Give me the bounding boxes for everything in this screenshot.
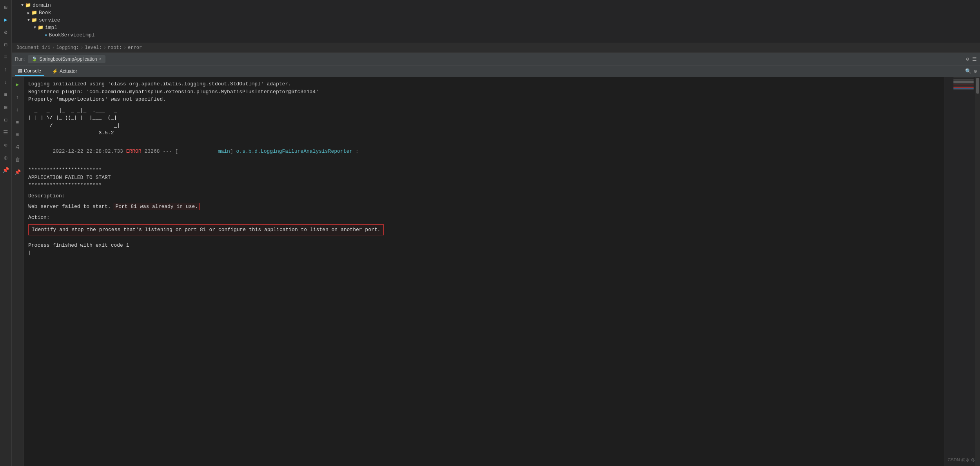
sidebar-icon-10[interactable]: ⊟ [2, 116, 10, 124]
action-highlight: Identify and stop the process that's lis… [28, 224, 384, 235]
toolbar-search-icon[interactable]: 🔍 [965, 68, 971, 74]
minimap-line [953, 86, 974, 87]
run-tab-spring[interactable]: 🍃 SpringbootSsmpApplication × [28, 55, 105, 63]
sidebar-icon-14[interactable]: 📌 [2, 166, 10, 174]
console-line: Registered plugin: 'com.baomidou.mybatis… [28, 88, 939, 96]
toolbar-settings-icon[interactable]: ⚙ [974, 68, 977, 74]
error-timestamp-line: 2022-12-22 22:28:02.733 ERROR 23268 --- … [28, 140, 939, 163]
error-level: ERROR [126, 148, 142, 154]
breadcrumb-sep: › [103, 45, 106, 51]
minimap-line [953, 87, 974, 88]
class-name: o.s.b.d.LoggingFailureAnalysisReporter [236, 148, 352, 154]
breadcrumb-sep: › [80, 45, 83, 51]
breadcrumb-sep: › [123, 45, 126, 51]
file-tree-panel: ▼ 📁 domain ▶ 📁 Book ▼ 📁 service ▼ 📁 impl… [12, 0, 980, 43]
console-line-empty [28, 189, 939, 192]
spring-icon: 🍃 [32, 56, 37, 61]
spring-banner-line3: / _| [28, 122, 939, 130]
tree-item-service[interactable]: ▼ 📁 service [12, 16, 980, 24]
cursor-line: | [28, 249, 939, 257]
tree-item-impl[interactable]: ▼ 📁 impl [12, 24, 980, 31]
tree-item-label: Book [39, 10, 51, 16]
console-line: Logging initialized using 'class org.apa… [28, 80, 939, 88]
colon: : [352, 148, 359, 154]
action-label: Action: [28, 214, 939, 222]
menu-icon[interactable]: ☰ [972, 56, 977, 62]
sidebar-icon-run[interactable]: ▶ [2, 16, 10, 23]
print-icon[interactable]: 🖨 [13, 143, 22, 152]
thread-spacer [178, 148, 218, 154]
process-finished-line: Process finished with exit code 1 [28, 242, 939, 249]
tab-actuator[interactable]: ⚡ Actuator [49, 67, 80, 76]
sidebar-icon-5[interactable]: ≡ [2, 53, 10, 61]
sidebar-icon-4[interactable]: ⊟ [2, 41, 10, 49]
stop-icon[interactable]: ■ [13, 118, 22, 126]
sidebar-icon-1[interactable]: ⊞ [2, 3, 10, 11]
sidebar-icon-12[interactable]: ⊕ [2, 141, 10, 149]
description-label: Description: [28, 192, 939, 200]
tree-item-domain[interactable]: ▼ 📁 domain [12, 2, 980, 9]
app-failed-stars2: ************************ [28, 181, 939, 189]
console-line-empty [28, 235, 939, 238]
breadcrumb-root: root: [108, 45, 122, 51]
sidebar-icon-9[interactable]: ⊞ [2, 103, 10, 111]
tree-item-label: BookServiceImpl [49, 32, 95, 38]
spring-banner-line2: | | | \/ |_ )(_| | |___ (_| [28, 114, 939, 122]
console-line-empty [28, 103, 939, 107]
trash-icon[interactable]: 🗑 [13, 155, 22, 164]
folder-icon: 📁 [31, 10, 37, 16]
console-container: ▶ ↑ ↓ ■ ⊞ 🖨 🗑 📌 Logging initialized usin… [12, 77, 980, 466]
sidebar-icon-8[interactable]: ■ [2, 91, 10, 99]
spring-banner-line1: _ _ |_ _ _|_ .___ _ [28, 107, 939, 114]
minimap-line [953, 83, 974, 84]
sidebar-icon-3[interactable]: ⚙ [2, 28, 10, 36]
toolbar-right-icons: 🔍 ⚙ [965, 68, 977, 74]
minimap-line [953, 85, 974, 85]
tab-console-label: Console [24, 68, 41, 74]
main-area: ▼ 📁 domain ▶ 📁 Book ▼ 📁 service ▼ 📁 impl… [12, 0, 980, 466]
port-error-highlight: Port 81 was already in use. [114, 203, 200, 210]
tree-item-bookserviceimpl[interactable]: ● BookServiceImpl [12, 31, 980, 39]
pin-icon[interactable]: 📌 [13, 168, 22, 177]
console-output: Logging initialized using 'class org.apa… [24, 77, 944, 466]
breadcrumb-bar: Document 1/1 › logging: › level: › root:… [12, 43, 980, 53]
spring-banner-version: 3.5.2 [28, 129, 939, 137]
run-icon[interactable]: ▶ [13, 80, 22, 89]
settings-icon[interactable]: ⚙ [966, 56, 969, 62]
timestamp: 2022-12-22 22:28:02.733 [53, 148, 126, 154]
chevron-icon: ▼ [27, 18, 30, 22]
folder-icon: 📁 [31, 17, 37, 23]
close-icon[interactable]: × [99, 57, 102, 61]
run-bar: Run: 🍃 SpringbootSsmpApplication × ⚙ ☰ [12, 53, 980, 65]
console-line-empty [28, 221, 939, 224]
sidebar-icon-13[interactable]: ◎ [2, 154, 10, 161]
breadcrumb-error: error [128, 45, 142, 51]
minimap [944, 77, 975, 466]
minimap-line [953, 89, 974, 90]
wrap-icon[interactable]: ⊞ [13, 130, 22, 139]
breadcrumb-level: level: [85, 45, 102, 51]
breadcrumb-sep: › [52, 45, 54, 51]
scrollbar-thumb[interactable] [976, 78, 979, 94]
chevron-icon: ▶ [27, 11, 30, 15]
tree-item-book[interactable]: ▶ 📁 Book [12, 9, 980, 16]
minimap-content [952, 77, 975, 466]
console-line-empty [28, 238, 939, 242]
tab-console[interactable]: ▤ Console [15, 67, 44, 76]
action-line: Identify and stop the process that's lis… [28, 224, 939, 235]
console-toolbar: ▤ Console ⚡ Actuator 🔍 ⚙ [12, 65, 980, 77]
app-failed-msg: APPLICATION FAILED TO START [28, 174, 939, 182]
run-label: Run: [15, 56, 25, 62]
file-icon: ● [45, 33, 47, 38]
minimap-line [953, 82, 974, 83]
bracket-close: ] [230, 148, 236, 154]
sidebar-icon-7[interactable]: ↓ [2, 78, 10, 86]
console-line-empty [28, 211, 939, 214]
sidebar-icon-11[interactable]: ☰ [2, 128, 10, 136]
scroll-down-icon[interactable]: ↓ [13, 105, 22, 114]
pid: 23268 --- [ [142, 148, 178, 154]
left-sidebar: ⊞ ▶ ⚙ ⊟ ≡ ↑ ↓ ■ ⊞ ⊟ ☰ ⊕ ◎ 📌 [0, 0, 12, 466]
scroll-up-icon[interactable]: ↑ [13, 93, 22, 101]
sidebar-icon-6[interactable]: ↑ [2, 66, 10, 74]
scrollbar[interactable] [975, 77, 980, 466]
